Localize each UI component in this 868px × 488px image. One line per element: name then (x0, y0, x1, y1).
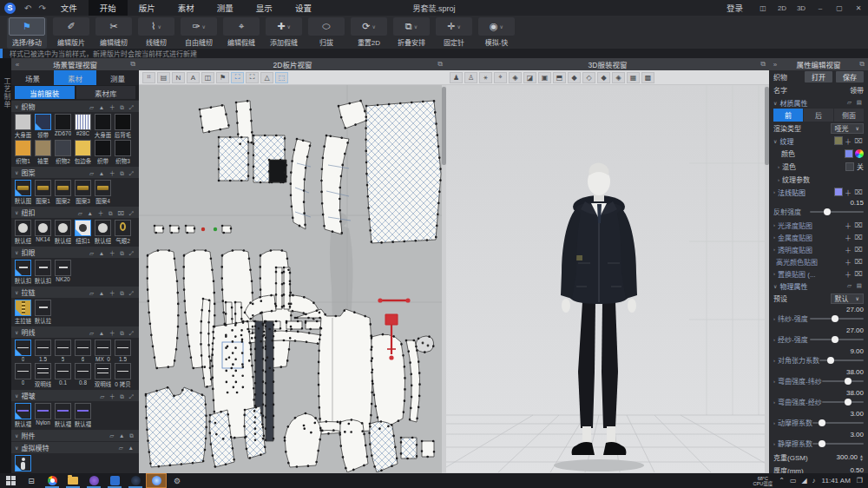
swatch-默认纽[interactable]: 默认纽 (93, 220, 113, 245)
swatch-虚拟模特[interactable] (13, 455, 33, 472)
section-header-褶皱[interactable]: ∨褶皱▱ ＋ ⧉ ⤢ (11, 390, 139, 401)
add-icon[interactable]: ＋ (843, 221, 853, 230)
render-icon[interactable]: ▩ (641, 72, 654, 83)
color-picker-icon[interactable] (855, 149, 864, 158)
tool-fixed-pin[interactable]: ✛∨固定针 (436, 17, 472, 47)
swatch-默认纽[interactable]: 默认纽 (13, 220, 33, 245)
avatar-show-icon[interactable]: ♟ (450, 72, 463, 83)
save-button[interactable]: 保存 (836, 71, 864, 82)
text-icon[interactable]: A (187, 72, 200, 83)
color-swatch[interactable] (845, 149, 853, 158)
caret-down-icon[interactable]: ∨ (157, 23, 161, 30)
swatch-气眼2[interactable]: 气眼2 (113, 220, 133, 245)
maximize-icon[interactable]: ▢ (830, 0, 849, 16)
swatch-0[interactable]: 0 (13, 340, 33, 362)
name-value[interactable]: 领带 (850, 85, 864, 95)
swatch-默认褶[interactable]: 默认褶 (73, 403, 93, 428)
swatch-图案4[interactable]: 图案4 (93, 180, 113, 205)
slider-track[interactable] (822, 380, 864, 382)
snap-grid-icon[interactable]: ⌗ (142, 72, 155, 83)
notification-icon[interactable]: ❐ (857, 477, 863, 485)
fabric-solid-icon[interactable]: ◪ (523, 72, 536, 83)
app-purple-icon[interactable] (83, 473, 104, 488)
undo-icon[interactable]: ↶ (24, 3, 31, 13)
swatch-5[interactable]: 5 (53, 340, 73, 362)
add-icon[interactable]: ＋ (843, 136, 853, 146)
style3d-app-icon[interactable] (146, 473, 167, 488)
add-icon[interactable]: ＋ (843, 257, 853, 267)
task-view-button[interactable]: ⊟ (21, 473, 42, 488)
tool-line-sewing[interactable]: ⌇∨线缝纫 (138, 17, 174, 47)
trash-icon[interactable]: ⌧ (853, 258, 864, 266)
swatch-Nylon[interactable]: Nylon (33, 403, 53, 428)
swatch-图案2[interactable]: 图案2 (53, 180, 73, 205)
menu-开始[interactable]: 开始 (89, 0, 128, 16)
swatch-大身面[interactable]: 大身面 (93, 114, 113, 139)
swatch-默认纽[interactable]: 默认纽 (53, 220, 73, 245)
swatch-包边条[interactable]: 包边条 (73, 140, 93, 165)
avatar-bones-icon[interactable]: ⚹ (479, 72, 492, 83)
lock-piece-icon[interactable]: △ (260, 72, 273, 83)
add-icon[interactable]: ＋ (843, 233, 853, 242)
caret-down-icon[interactable]: ∨ (201, 23, 205, 30)
scene-tab-素材[interactable]: 素材 (54, 70, 96, 85)
swatch-默认褶[interactable]: 默认褶 (13, 403, 33, 428)
pattern-pieces[interactable] (146, 101, 441, 472)
swatch-0.1[interactable]: 0.1 (53, 363, 73, 388)
texture-swatch[interactable] (834, 136, 843, 145)
caret-down-icon[interactable]: ∨ (286, 23, 290, 30)
popout-icon[interactable]: ⧉ (757, 60, 769, 69)
hide-garment-icon[interactable]: ⛶ (246, 72, 259, 83)
scene-tab-测量[interactable]: 测量 (96, 70, 139, 85)
ruler-flag-icon[interactable]: ⚑ (216, 72, 229, 83)
close-icon[interactable]: ✕ (849, 0, 868, 16)
tool-add-basting[interactable]: ✚∨添加假缝 (266, 17, 302, 47)
pattern-2d-viewport[interactable]: 2D板片视窗 ⧉ ⌗▤NA◫⚑⛶⛶△⬚ (139, 58, 446, 473)
menu-文件[interactable]: 文件 (49, 0, 89, 16)
add-icon[interactable]: ＋ (843, 269, 853, 279)
redo-icon[interactable]: ↷ (38, 3, 45, 13)
section-header-图案[interactable]: ∨图案▱ ▲ ＋ ⧉ ⤢ (11, 167, 139, 178)
section-header-虚拟模特[interactable]: ∨虚拟模特▱ ▲ (11, 442, 139, 453)
tool-fold-arrange[interactable]: ⧉∨折叠安排 (393, 17, 430, 47)
swatch-双明线[interactable]: 双明线 (33, 363, 53, 388)
slider-track[interactable] (822, 401, 864, 403)
face-tab-侧面[interactable]: 侧面 (834, 109, 864, 122)
bounding-box-icon[interactable]: ◫ (201, 72, 214, 83)
gsm-stepper[interactable]: ▲▼ (859, 454, 864, 461)
menu-显示[interactable]: 显示 (245, 0, 284, 16)
view-3d-icon[interactable]: 3D (792, 0, 811, 16)
tool-reset-2d[interactable]: ⟳∨重置2D (351, 17, 387, 47)
swatch-袖里[interactable]: 袖里 (33, 140, 53, 165)
tool-edit-basting[interactable]: ⌖编辑假缝 (223, 17, 260, 47)
chrome-icon[interactable] (42, 473, 62, 488)
tool-iron-shape[interactable]: ⬭归拔 (308, 17, 345, 47)
swatch-默认拉[interactable]: 默认拉 (33, 300, 53, 325)
cpu-temp-widget[interactable]: 68°C CPU温度 (753, 476, 773, 486)
tool-simulate-fast[interactable]: ◉∨模拟-快 (478, 17, 515, 47)
fit-map-icon[interactable]: ▦ (627, 72, 640, 83)
swatch-NK14[interactable]: NK14 (33, 220, 53, 245)
network-icon[interactable]: ◢ (801, 477, 806, 485)
scene-subtab-当前服装[interactable]: 当前服装 (15, 86, 75, 99)
preset-dropdown[interactable]: 默认∨ (831, 293, 864, 304)
slider-track[interactable] (810, 339, 864, 340)
section-header-拉链[interactable]: ∨拉链▱ ▲ ＋ ⧉ ⤢ (11, 287, 139, 298)
section-header-织物[interactable]: ∨织物▱ ▲ ＋ ⧉ ⤢ (11, 101, 139, 112)
garment-dark-icon[interactable]: ◈ (612, 72, 625, 83)
scene-subtab-素材库[interactable]: 素材库 (76, 86, 136, 99)
section-header-附件[interactable]: ∨附件▱ ▲ ⧉ (11, 430, 139, 441)
notch-icon[interactable]: N (172, 72, 185, 83)
avatar-pose-icon[interactable]: ♙ (464, 72, 477, 83)
swatch-ZD670[interactable]: ZD670 (53, 114, 73, 139)
gsm-value[interactable]: 300.00 (837, 453, 858, 461)
swatch-领带[interactable]: 领带 (33, 114, 53, 139)
battery-icon[interactable]: ▭ (790, 477, 797, 485)
view-2d-icon[interactable]: 2D (773, 0, 792, 16)
section-header-明线[interactable]: ∨明线▱ ▲ ＋ ⧉ ⤢ (11, 326, 139, 338)
face-tab-后[interactable]: 后 (804, 109, 833, 122)
swatch-织物2[interactable]: 织物2 (53, 140, 73, 165)
start-button[interactable] (0, 473, 21, 488)
caret-down-icon[interactable]: ∨ (372, 23, 375, 30)
swatch-NK20[interactable]: NK20 (53, 260, 73, 285)
